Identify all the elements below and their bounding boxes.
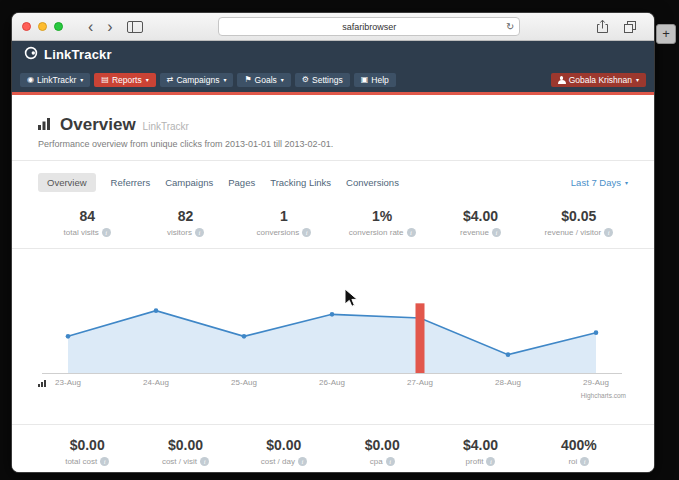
stat-conversions: 1 conversionsi xyxy=(235,208,333,237)
nav-item-settings[interactable]: ⚙ Settings xyxy=(295,73,350,88)
info-icon[interactable]: i xyxy=(200,457,209,466)
sidebar-toggle-icon[interactable] xyxy=(127,21,143,33)
nav-item-goals[interactable]: ⚑ Goals ▾ xyxy=(237,73,290,88)
info-icon[interactable]: i xyxy=(302,228,311,237)
reports-icon: ▤ xyxy=(101,76,109,84)
linktrackr-logo-icon xyxy=(24,46,38,64)
info-icon[interactable]: i xyxy=(298,457,307,466)
page-subtitle: Performance overview from unique clicks … xyxy=(38,139,628,149)
info-icon[interactable]: i xyxy=(580,457,589,466)
stat-revenue-visitor: $0.05 revenue / visitori xyxy=(530,208,628,237)
data-point xyxy=(154,308,159,313)
stat-cpa: $0.00 cpai xyxy=(333,437,431,466)
help-icon: ▣ xyxy=(361,76,369,84)
chart-canvas: 23-Aug24-Aug25-Aug26-Aug27-Aug28-Aug29-A… xyxy=(38,255,626,401)
info-icon[interactable]: i xyxy=(407,228,416,237)
share-icon[interactable] xyxy=(596,19,609,34)
chart-credit: Highcharts.com xyxy=(581,392,626,399)
app-header: LinkTrackr xyxy=(12,41,654,68)
browser-window: ‹ › safaribrowser ↻ LinkTrackr ◉ LinkTra… xyxy=(12,13,654,472)
tab-tracking-links[interactable]: Tracking Links xyxy=(270,173,331,192)
close-button[interactable] xyxy=(22,22,31,31)
bar-chart-icon xyxy=(38,116,53,134)
app-logo[interactable]: LinkTrackr xyxy=(44,47,112,62)
visits-chart: 23-Aug24-Aug25-Aug26-Aug27-Aug28-Aug29-A… xyxy=(38,255,628,413)
settings-icon: ⚙ xyxy=(302,76,309,84)
stats-row-top: 84 total visitsi 82 visitorsi 1 conversi… xyxy=(38,208,628,237)
stat-cost-visit: $0.00 cost / visiti xyxy=(136,437,234,466)
chevron-down-icon: ▾ xyxy=(223,77,226,83)
stat-profit: $4.00 profiti xyxy=(431,437,529,466)
refresh-icon[interactable]: ↻ xyxy=(506,22,514,32)
info-icon[interactable]: i xyxy=(100,457,109,466)
stat-cost-day: $0.00 cost / dayi xyxy=(235,437,333,466)
data-point xyxy=(66,334,71,339)
address-bar[interactable]: safaribrowser ↻ xyxy=(218,17,520,36)
forward-button[interactable]: › xyxy=(107,17,112,37)
stat-conversion-rate: 1% conversion ratei xyxy=(333,208,431,237)
nav-item-linktrackr[interactable]: ◉ LinkTrackr ▾ xyxy=(20,73,90,88)
info-icon[interactable]: i xyxy=(486,457,495,466)
data-point xyxy=(594,330,599,335)
stat-roi: 400% roii xyxy=(530,437,628,466)
divider xyxy=(12,160,654,161)
tab-referrers[interactable]: Referrers xyxy=(111,173,151,192)
page-content: Overview LinkTrackr Performance overview… xyxy=(12,95,654,472)
tab-pages[interactable]: Pages xyxy=(228,173,255,192)
url-text: safaribrowser xyxy=(342,22,396,32)
minimize-button[interactable] xyxy=(38,22,47,31)
back-button[interactable]: ‹ xyxy=(88,17,93,37)
user-menu[interactable]: Gobala Krishnan ▾ xyxy=(551,73,646,88)
x-axis-label: 24-Aug xyxy=(143,378,169,387)
page-header: Overview LinkTrackr xyxy=(38,95,628,135)
nav-item-reports[interactable]: ▤ Reports ▾ xyxy=(94,73,155,88)
info-icon[interactable]: i xyxy=(386,457,395,466)
goals-icon: ⚑ xyxy=(244,76,251,84)
linktrackr-nav-icon: ◉ xyxy=(27,76,34,84)
tab-campaigns[interactable]: Campaigns xyxy=(165,173,213,192)
stat-visitors: 82 visitorsi xyxy=(136,208,234,237)
chevron-down-icon: ▾ xyxy=(146,77,149,83)
stat-total-cost: $0.00 total costi xyxy=(38,437,136,466)
fullscreen-button[interactable] xyxy=(54,22,63,31)
main-nav: ◉ LinkTrackr ▾ ▤ Reports ▾ ⇄ Campaigns ▾… xyxy=(12,68,654,92)
x-axis-label: 29-Aug xyxy=(583,378,609,387)
chevron-down-icon: ▾ xyxy=(625,180,628,186)
x-axis-label: 25-Aug xyxy=(231,378,257,387)
user-icon xyxy=(558,76,566,84)
show-tabs-icon[interactable] xyxy=(623,20,637,33)
mini-bars-icon xyxy=(38,373,48,391)
stats-row-bottom: $0.00 total costi $0.00 cost / visiti $0… xyxy=(38,437,628,466)
data-point xyxy=(330,312,335,317)
divider xyxy=(12,248,654,249)
data-point xyxy=(242,334,247,339)
x-axis-label: 27-Aug xyxy=(407,378,433,387)
nav-item-campaigns[interactable]: ⇄ Campaigns ▾ xyxy=(160,73,234,88)
highlight-column xyxy=(416,303,425,373)
x-axis-label: 23-Aug xyxy=(55,378,81,387)
user-name: Gobala Krishnan xyxy=(569,76,632,85)
report-tabs: Overview Referrers Campaigns Pages Track… xyxy=(38,173,628,192)
chevron-down-icon: ▾ xyxy=(636,77,639,83)
tab-overview[interactable]: Overview xyxy=(38,173,96,192)
x-axis-label: 28-Aug xyxy=(495,378,521,387)
page-title: Overview xyxy=(60,115,136,135)
data-point xyxy=(506,352,511,357)
date-range-select[interactable]: Last 7 Days ▾ xyxy=(571,177,628,188)
campaigns-icon: ⇄ xyxy=(167,76,174,84)
divider xyxy=(12,424,654,425)
tab-conversions[interactable]: Conversions xyxy=(346,173,399,192)
x-axis-label: 26-Aug xyxy=(319,378,345,387)
info-icon[interactable]: i xyxy=(195,228,204,237)
new-tab-button[interactable]: + xyxy=(656,24,676,44)
info-icon[interactable]: i xyxy=(492,228,501,237)
page-title-suffix: LinkTrackr xyxy=(143,121,189,132)
nav-item-help[interactable]: ▣ Help xyxy=(354,73,396,88)
chevron-down-icon: ▾ xyxy=(281,77,284,83)
browser-titlebar: ‹ › safaribrowser ↻ xyxy=(12,13,654,41)
info-icon[interactable]: i xyxy=(102,228,111,237)
chevron-down-icon: ▾ xyxy=(80,77,83,83)
info-icon[interactable]: i xyxy=(604,228,613,237)
stat-total-visits: 84 total visitsi xyxy=(38,208,136,237)
stat-revenue: $4.00 revenuei xyxy=(431,208,529,237)
